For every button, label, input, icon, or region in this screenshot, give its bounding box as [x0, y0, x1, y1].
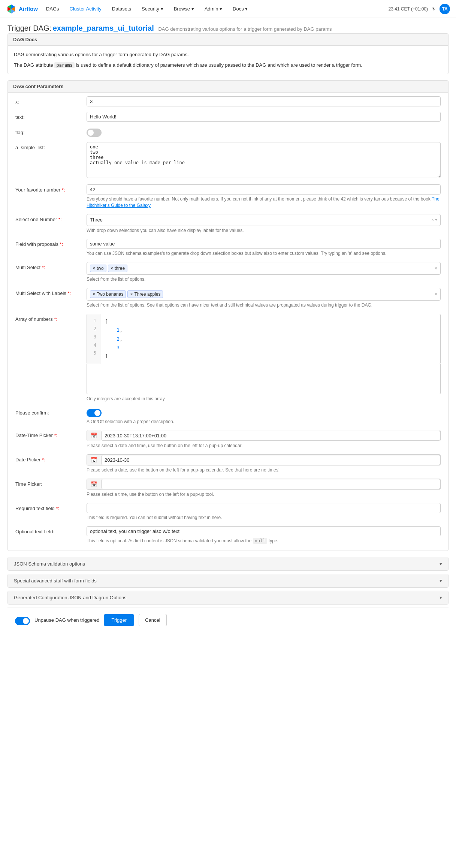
tag-three-apples[interactable]: × Three apples — [127, 290, 163, 298]
date-input[interactable] — [101, 455, 440, 465]
tag-two-bananas[interactable]: × Two bananas — [90, 290, 126, 298]
page-content: Trigger DAG: example_params_ui_tutorial … — [0, 18, 456, 638]
datetime-input[interactable] — [101, 431, 440, 441]
calendar-icon-date[interactable]: 📅 — [87, 455, 101, 465]
airflow-logo-icon — [6, 4, 16, 14]
field-flag-row: flag: — [14, 127, 442, 137]
clock: 23:41 CET (+01:00) — [388, 6, 428, 12]
textarea-list[interactable]: one two three actually one value is made… — [87, 142, 441, 178]
multiselect-labels-tags[interactable]: × Two bananas × Three apples × — [87, 288, 441, 301]
calendar-icon-time[interactable]: 📅 — [87, 479, 101, 489]
hint-opttext: This field is optional. As field content… — [87, 538, 441, 544]
multiselect-labels-clear[interactable]: × — [435, 292, 437, 297]
collapsible-advanced: Special advanced stuff with form fields … — [7, 574, 449, 588]
label-datetime: Date-Time Picker *: — [15, 430, 87, 438]
collapsible-config-json-header[interactable]: Generated Configuration JSON and Dagrun … — [8, 591, 448, 604]
control-reqtext: This field is required. You can not subm… — [87, 503, 441, 521]
time-input[interactable] — [101, 479, 440, 489]
page-title-prefix: Trigger DAG: — [7, 24, 51, 32]
navbar: Airflow DAGs Cluster Activity Datasets S… — [0, 0, 456, 18]
collapsible-json-schema-header[interactable]: JSON Schema validation options ▾ — [8, 557, 448, 570]
label-text: text: — [15, 112, 87, 120]
page-title-row: Trigger DAG: example_params_ui_tutorial … — [7, 24, 449, 33]
control-list: one two three actually one value is made… — [87, 142, 441, 179]
input-opttext[interactable] — [87, 526, 441, 536]
nav-dags[interactable]: DAGs — [44, 4, 61, 13]
select-actions: × ▾ — [432, 217, 437, 222]
hint-confirm: A On/Off selection with a proper descrip… — [87, 419, 441, 425]
control-date: 📅 Please select a date, use the button o… — [87, 454, 441, 473]
control-datetime: 📅 Please select a date and time, use the… — [87, 430, 441, 449]
hint-multiselect: Select from the list of options. — [87, 276, 441, 283]
field-proposals-row: Field with proposals *: You can use JSON… — [14, 239, 442, 257]
dag-name-link[interactable]: example_params_ui_tutorial — [53, 24, 154, 32]
label-fav: Your favorite number *: — [15, 184, 87, 193]
label-time: Time Picker: — [15, 479, 87, 487]
calendar-icon-datetime[interactable]: 📅 — [87, 430, 101, 441]
field-date-row: Date Picker *: 📅 Please select a date, u… — [14, 454, 442, 473]
label-multiselect-labels: Multi Select with Labels *: — [15, 288, 87, 296]
nav-docs[interactable]: Docs ▾ — [230, 4, 250, 13]
theme-icon[interactable]: ☀ — [432, 6, 436, 12]
avatar[interactable]: TA — [440, 4, 450, 14]
select-one-number[interactable]: Three × ▾ — [87, 214, 441, 226]
label-multiselect: Multi Select *: — [15, 262, 87, 270]
hint-reqtext: This field is required. You can not subm… — [87, 515, 441, 521]
multiselect-tags[interactable]: × two × three × — [87, 262, 441, 275]
time-field[interactable]: 📅 — [87, 479, 441, 490]
nav-security[interactable]: Security ▾ — [139, 4, 166, 13]
control-select: Three × ▾ With drop down selections you … — [87, 214, 441, 234]
tag-two[interactable]: × two — [90, 265, 106, 272]
nav-cluster-activity[interactable]: Cluster Activity — [67, 4, 104, 13]
dag-conf-card: DAG conf Parameters x: text: flag: — [7, 80, 449, 551]
label-x: x: — [15, 96, 87, 105]
control-opttext: This field is optional. As field content… — [87, 526, 441, 544]
field-opttext-row: Optional text field: This field is optio… — [14, 526, 442, 544]
toggle-confirm[interactable] — [87, 409, 102, 417]
field-list-row: a_simple_list: one two three actually on… — [14, 142, 442, 179]
datetime-field[interactable]: 📅 — [87, 430, 441, 441]
label-flag: flag: — [15, 127, 87, 135]
params-code: params — [54, 62, 74, 68]
code-editor-array[interactable]: 12345 [ 1, 2, 3 ] — [87, 314, 441, 364]
input-fav[interactable] — [87, 184, 441, 195]
multiselect-clear[interactable]: × — [435, 266, 437, 271]
collapsible-config-json-label: Generated Configuration JSON and Dagrun … — [14, 595, 127, 600]
dag-docs-card: DAG Docs DAG demonstrating various optio… — [7, 33, 449, 74]
nav-right: 23:41 CET (+01:00) ☀ TA — [388, 4, 450, 14]
cancel-button[interactable]: Cancel — [139, 614, 166, 626]
hint-array: Only integers are accepted in this array — [87, 396, 441, 402]
collapsible-advanced-header[interactable]: Special advanced stuff with form fields … — [8, 574, 448, 587]
collapsible-config-json: Generated Configuration JSON and Dagrun … — [7, 591, 449, 605]
params-section: x: text: flag: — [8, 93, 448, 551]
caret-config-json: ▾ — [440, 595, 442, 600]
tag-label: × — [111, 266, 113, 271]
input-x[interactable] — [87, 96, 441, 106]
brand-logo[interactable]: Airflow — [6, 4, 38, 14]
code-editor-empty-space[interactable] — [87, 364, 441, 394]
label-confirm: Please confirm: — [15, 407, 87, 416]
caret-json-schema: ▾ — [440, 561, 442, 567]
select-val: Three — [90, 217, 103, 223]
trigger-button[interactable]: Trigger — [104, 614, 134, 626]
nav-admin[interactable]: Admin ▾ — [202, 4, 224, 13]
tag-three[interactable]: × three — [108, 265, 127, 272]
toggle-unpause[interactable] — [15, 617, 30, 625]
control-fav: Everybody should have a favorite number.… — [87, 184, 441, 209]
code-editor-content[interactable]: [ 1, 2, 3 ] — [100, 314, 440, 364]
dag-docs-body: DAG demonstrating various options for a … — [8, 46, 448, 74]
label-proposals: Field with proposals *: — [15, 239, 87, 247]
hint-date: Please select a date, use the button on … — [87, 467, 441, 473]
date-field[interactable]: 📅 — [87, 454, 441, 465]
field-select-row: Select one Number *: Three × ▾ With drop… — [14, 214, 442, 234]
nav-datasets[interactable]: Datasets — [110, 4, 133, 13]
input-text[interactable] — [87, 112, 441, 122]
hint-fav: Everybody should have a favorite number.… — [87, 196, 441, 209]
toggle-flag[interactable] — [87, 129, 102, 137]
nav-browse[interactable]: Browse ▾ — [172, 4, 196, 13]
dag-docs-line2: The DAG attribute params is used to defi… — [14, 61, 442, 69]
input-proposals[interactable] — [87, 239, 441, 249]
input-reqtext[interactable] — [87, 503, 441, 513]
tag-label: × — [93, 266, 95, 271]
control-proposals: You can use JSON schema examples's to ge… — [87, 239, 441, 257]
